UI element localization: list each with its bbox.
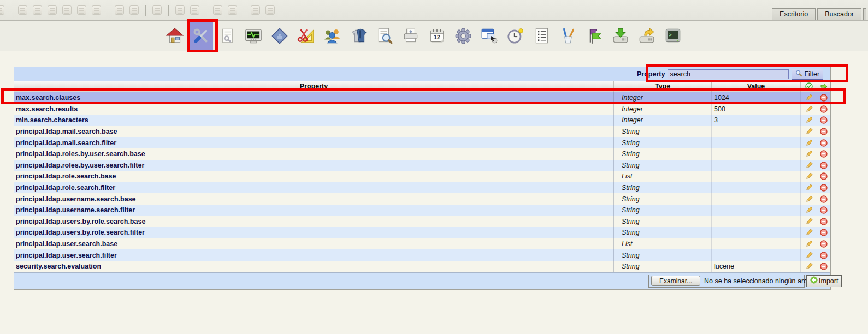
edit-icon[interactable]	[801, 148, 817, 160]
gear-icon[interactable]	[452, 23, 474, 49]
property-cell[interactable]: principal.ldap.username.search.base	[14, 193, 614, 205]
profiles-icon[interactable]	[347, 23, 369, 49]
table-row[interactable]: principal.ldap.user.search.filterString	[14, 249, 830, 261]
edit-icon[interactable]	[801, 238, 817, 250]
header-type[interactable]: Type	[614, 81, 712, 92]
property-cell[interactable]: principal.ldap.username.search.filter	[14, 205, 614, 216]
table-row[interactable]: principal.ldap.role.search.baseList	[14, 171, 830, 182]
delete-icon[interactable]	[817, 160, 830, 171]
backup-icon[interactable]	[636, 23, 658, 49]
table-row[interactable]: principal.ldap.roles.by.user.search.filt…	[14, 160, 830, 171]
delete-icon[interactable]	[817, 126, 830, 138]
property-cell[interactable]: principal.ldap.role.search.filter	[14, 182, 614, 194]
delete-icon[interactable]	[817, 205, 830, 216]
restore-icon[interactable]	[610, 23, 631, 49]
report-icon[interactable]	[531, 23, 553, 49]
table-row[interactable]: max.search.resultsInteger500	[14, 104, 830, 115]
property-cell[interactable]: principal.ldap.user.search.base	[14, 238, 614, 250]
edit-icon[interactable]	[801, 92, 817, 104]
edit-icon[interactable]	[801, 227, 817, 238]
admin-tools-icon[interactable]	[189, 22, 213, 50]
log-icon[interactable]	[216, 23, 238, 49]
table-row[interactable]: principal.ldap.username.search.filterStr…	[14, 205, 830, 216]
property-cell[interactable]: max.search.results	[14, 104, 614, 115]
tab-escritorio[interactable]: Escritorio	[772, 8, 816, 20]
header-property[interactable]: Property	[14, 81, 614, 92]
edit-icon[interactable]	[801, 216, 817, 228]
delete-icon[interactable]	[817, 193, 830, 205]
edit-icon[interactable]	[801, 104, 817, 115]
delete-icon[interactable]	[817, 182, 830, 194]
property-cell[interactable]: principal.ldap.roles.by.user.search.base	[14, 148, 614, 160]
workflow-icon[interactable]	[583, 23, 605, 49]
delete-icon[interactable]	[817, 238, 830, 250]
file-input[interactable]: Examinar... No se ha seleccionado ningún…	[648, 275, 805, 288]
property-cell[interactable]: principal.ldap.users.by.role.search.base	[14, 216, 614, 228]
delete-icon[interactable]	[817, 216, 830, 228]
edit-icon[interactable]	[801, 115, 817, 126]
plus-icon	[810, 276, 818, 285]
delete-icon[interactable]	[817, 261, 830, 272]
edit-icon[interactable]	[801, 261, 817, 272]
browse-button[interactable]: Examinar...	[651, 276, 700, 286]
add-property-icon[interactable]	[817, 81, 830, 92]
header-value[interactable]: Value	[712, 81, 801, 92]
table-row[interactable]: principal.ldap.mail.search.filterString	[14, 137, 830, 148]
table-row[interactable]: principal.ldap.user.search.baseList	[14, 238, 830, 250]
delete-icon[interactable]	[817, 104, 830, 115]
table-row[interactable]: security.search.evaluationStringlucene	[14, 261, 830, 272]
property-cell[interactable]: principal.ldap.mail.search.filter	[14, 137, 614, 148]
table-row[interactable]: principal.ldap.mail.search.baseString	[14, 126, 830, 138]
edit-icon[interactable]	[801, 193, 817, 205]
edit-icon[interactable]	[801, 126, 817, 138]
edit-icon[interactable]	[801, 137, 817, 148]
scripting-icon[interactable]	[557, 23, 579, 49]
property-cell[interactable]: principal.ldap.role.search.base	[14, 171, 614, 182]
table-row[interactable]: principal.ldap.username.search.baseStrin…	[14, 193, 830, 205]
table-row[interactable]: principal.ldap.users.by.role.search.filt…	[14, 227, 830, 238]
check-all-icon[interactable]	[801, 81, 817, 92]
table-row[interactable]: max.search.clausesInteger1024	[14, 92, 830, 104]
property-cell[interactable]: principal.ldap.user.search.filter	[14, 249, 614, 261]
delete-icon[interactable]	[817, 115, 830, 126]
document-search-icon[interactable]	[374, 23, 395, 49]
property-cell[interactable]: principal.ldap.roles.by.user.search.filt…	[14, 160, 614, 171]
property-cell[interactable]: principal.ldap.users.by.role.search.filt…	[14, 227, 614, 238]
edit-icon[interactable]	[801, 171, 817, 182]
edit-icon[interactable]	[801, 160, 817, 171]
type-cell: String	[614, 137, 712, 148]
calendar-icon[interactable]: 12	[426, 23, 448, 49]
document-copy-icon	[62, 5, 72, 15]
home-icon[interactable]	[164, 23, 186, 49]
users-icon[interactable]	[321, 23, 343, 49]
table-row[interactable]: principal.ldap.users.by.role.search.base…	[14, 216, 830, 228]
delete-icon[interactable]	[817, 92, 830, 104]
delete-icon[interactable]	[817, 148, 830, 160]
table-row[interactable]: principal.ldap.role.search.filterString	[14, 182, 830, 194]
tab-buscador[interactable]: Buscador	[817, 8, 861, 20]
filter-button[interactable]: Filter	[792, 69, 823, 80]
monitor-icon[interactable]	[243, 23, 264, 49]
edit-icon[interactable]	[801, 182, 817, 194]
import-button[interactable]: Import	[806, 275, 842, 287]
property-cell[interactable]: min.search.characters	[14, 115, 614, 126]
property-cell[interactable]: security.search.evaluation	[14, 261, 614, 272]
clock-icon[interactable]	[505, 23, 527, 49]
delete-icon[interactable]	[817, 227, 830, 238]
edit-icon[interactable]	[801, 249, 817, 261]
delete-icon[interactable]	[817, 249, 830, 261]
utilities-icon[interactable]	[295, 23, 317, 49]
table-row[interactable]: min.search.charactersInteger3	[14, 115, 830, 126]
edit-icon[interactable]	[801, 205, 817, 216]
window-icon[interactable]	[479, 23, 500, 49]
property-cell[interactable]: principal.ldap.mail.search.base	[14, 126, 614, 138]
printer-icon[interactable]	[400, 23, 422, 49]
plugins-icon[interactable]	[269, 23, 291, 49]
console-icon[interactable]: >_	[662, 23, 684, 49]
delete-icon[interactable]	[817, 137, 830, 148]
delete-icon[interactable]	[817, 171, 830, 182]
property-cell[interactable]: max.search.clauses	[14, 92, 614, 104]
table-row[interactable]: principal.ldap.roles.by.user.search.base…	[14, 148, 830, 160]
filter-input[interactable]	[668, 69, 789, 79]
block-icon	[92, 5, 101, 15]
